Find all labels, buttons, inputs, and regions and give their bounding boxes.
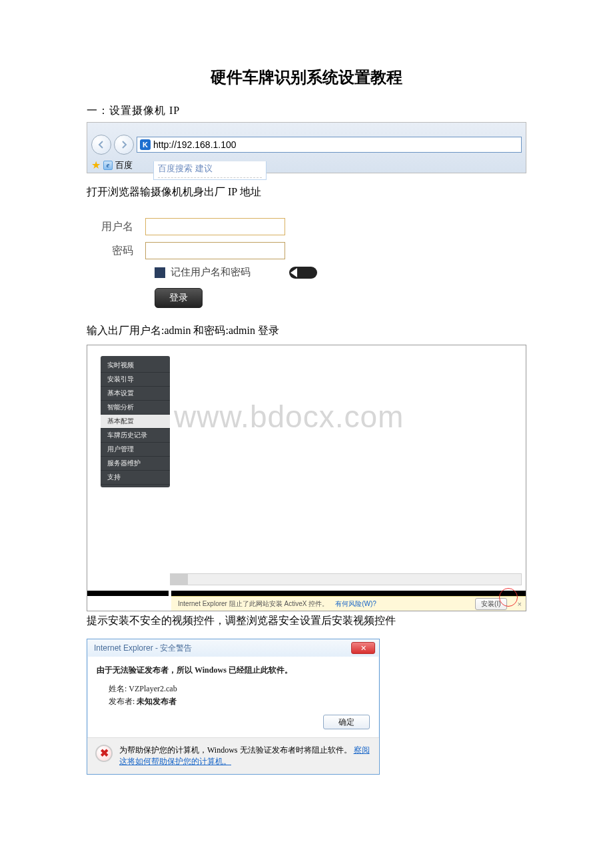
infobar-close-icon[interactable]: × — [518, 600, 522, 608]
username-label: 用户名 — [87, 220, 133, 234]
page-title: 硬件车牌识别系统设置教程 — [87, 67, 526, 88]
infobar-risk-link[interactable]: 有何风险(W)? — [335, 599, 376, 609]
ie-window-screenshot: 实时视频 安装引导 基本设置 智能分析 基本配置 车牌历史记录 用户管理 服务器… — [87, 345, 526, 611]
dialog-publisher-value: 未知发布者 — [137, 697, 177, 706]
section-heading-1: 一：设置摄像机 IP — [87, 104, 526, 118]
dialog-name-label: 姓名: — [109, 684, 127, 693]
favorites-star-icon[interactable]: ★ — [91, 159, 101, 171]
login-screenshot: 用户名 密码 记住用户名和密码 登录 — [87, 211, 526, 321]
dialog-publisher-label: 发布者: — [109, 697, 135, 706]
forward-arrow-icon[interactable] — [114, 135, 134, 155]
dialog-footer-text: 为帮助保护您的计算机，Windows 无法验证发布者时将阻止软件。 察阅 这将如… — [119, 745, 370, 767]
dialog-name-value: VZPlayer2.cab — [129, 684, 177, 693]
browser-screenshot: K http://192.168.1.100 ★ e 百度 百度搜索 建议 — [87, 122, 526, 192]
annotation-circle-icon — [499, 588, 518, 607]
sidebar-item[interactable]: 智能分析 — [101, 401, 170, 415]
horizontal-scrollbar[interactable] — [170, 573, 522, 585]
username-input[interactable] — [145, 218, 285, 235]
security-warning-dialog: Internet Explorer - 安全警告 ✕ 由于无法验证发布者，所以 … — [87, 639, 380, 775]
login-button[interactable]: 登录 — [155, 288, 203, 308]
ie-page-icon: e — [103, 161, 113, 170]
caption-2: 输入出厂用户名:admin 和密码:admin 登录 — [87, 324, 526, 338]
dialog-headline: 由于无法验证发布者，所以 Windows 已经阻止此软件。 — [97, 665, 370, 676]
dialog-ok-button[interactable]: 确定 — [323, 715, 370, 729]
site-icon: K — [140, 139, 151, 150]
sidebar-item-selected[interactable]: 基本配置 — [101, 415, 170, 429]
remember-label: 记住用户名和密码 — [171, 266, 251, 279]
sidebar-item[interactable]: 安装引导 — [101, 373, 170, 387]
infobar-message: Internet Explorer 阻止了此网站安装 ActiveX 控件。 — [178, 599, 328, 609]
url-text: http://192.168.1.100 — [153, 139, 237, 150]
sidebar-item[interactable]: 实时视频 — [101, 359, 170, 373]
sidebar-item[interactable]: 服务器维护 — [101, 457, 170, 471]
password-label: 密码 — [87, 244, 133, 258]
dialog-help-link[interactable]: 察阅 — [354, 745, 370, 755]
dialog-help-link-2[interactable]: 这将如何帮助保护您的计算机。 — [119, 757, 231, 766]
keyboard-toggle-icon[interactable] — [289, 267, 317, 279]
favorite-baidu-label[interactable]: 百度 — [115, 159, 133, 171]
shield-x-icon: ✖ — [95, 745, 113, 762]
dialog-close-button[interactable]: ✕ — [351, 642, 375, 654]
caption-1: 打开浏览器输摄像机机身出厂 IP 地址 — [87, 185, 526, 199]
address-bar[interactable]: K http://192.168.1.100 — [137, 137, 522, 153]
sidebar-menu: 实时视频 安装引导 基本设置 智能分析 基本配置 车牌历史记录 用户管理 服务器… — [101, 356, 170, 487]
caption-3: 提示安装不安全的视频控件，调整浏览器安全设置后安装视频控件 — [87, 614, 526, 628]
sidebar-item[interactable]: 基本设置 — [101, 387, 170, 401]
watermark-text: www.bdocx.com — [174, 399, 404, 435]
search-suggest-label: 百度搜索 建议 — [153, 161, 267, 180]
remember-checkbox[interactable] — [155, 267, 165, 278]
sidebar-item[interactable]: 车牌历史记录 — [101, 429, 170, 443]
dialog-title: Internet Explorer - 安全警告 — [94, 643, 192, 654]
back-arrow-icon[interactable] — [91, 135, 111, 155]
password-input[interactable] — [145, 242, 285, 259]
sidebar-item[interactable]: 支持 — [101, 471, 170, 485]
divider-bar — [87, 591, 526, 596]
sidebar-item[interactable]: 用户管理 — [101, 443, 170, 457]
activex-infobar[interactable]: Internet Explorer 阻止了此网站安装 ActiveX 控件。 有… — [171, 596, 526, 611]
